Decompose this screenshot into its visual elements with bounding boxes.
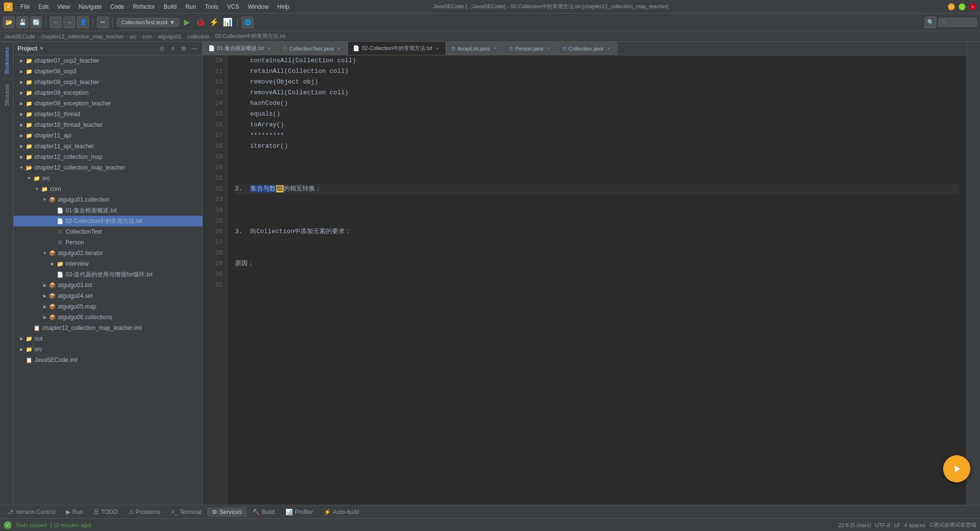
menu-view[interactable]: View (53, 2, 74, 11)
tab-collectiontest[interactable]: © CollectionTest.java × (278, 42, 348, 55)
sidebar-filter-icon[interactable]: ⚙ (179, 44, 188, 53)
search-box[interactable]: 高... (938, 18, 977, 27)
menu-build[interactable]: Build (160, 2, 181, 11)
tree-item-chapter08[interactable]: ▶ 📁 chapter08_oop3 (14, 66, 202, 77)
coverage-button[interactable]: ⚡ (208, 17, 220, 28)
tree-item-collectiontest[interactable]: ▶ © CollectionTest (14, 226, 202, 237)
back-button[interactable]: ← (50, 17, 62, 28)
tree-item-out[interactable]: ▶ 📁 out (14, 333, 202, 344)
bottom-tab-build[interactable]: 🔨 Build (248, 507, 280, 517)
cursor-position[interactable]: 22:8 (5 chars) (838, 522, 871, 528)
bottom-tab-auto-build[interactable]: ⚡ Auto-build (319, 507, 364, 517)
bottom-tab-terminal[interactable]: >_ Terminal (166, 507, 206, 517)
recent-files-button[interactable]: 👤 (77, 17, 89, 28)
menu-help[interactable]: Help (273, 2, 293, 11)
bottom-tab-services[interactable]: ⚙ Services (207, 507, 247, 517)
profile-button[interactable]: 📊 (222, 17, 233, 28)
bottom-tab-todo[interactable]: ☰ TODO (89, 507, 122, 517)
menu-tools[interactable]: Tools (201, 2, 222, 11)
tree-item-src[interactable]: ▼ 📁 src (14, 173, 202, 184)
tree-item-atguigu06[interactable]: ▶ 📦 atguigu06.collections (14, 312, 202, 323)
indent-label[interactable]: 4 spaces (904, 522, 926, 528)
tree-item-atguigu02[interactable]: ▼ 📦 atguigu02.iterator (14, 248, 202, 258)
search-button[interactable]: 🔍 (925, 17, 936, 28)
tab-close-01[interactable]: × (266, 45, 273, 52)
tab-close-person[interactable]: × (545, 45, 552, 52)
tree-item-file01txt[interactable]: ▶ 📄 01-集合框架概述.txt (14, 205, 202, 216)
sidebar-locate-icon[interactable]: ⊙ (158, 44, 166, 53)
tab-02-txt[interactable]: 📄 02-Collection中的常用方法.txt × (348, 42, 446, 55)
sidebar-dropdown-icon[interactable]: ▼ (39, 46, 44, 51)
tree-item-atguigu04[interactable]: ▶ 📦 atguigu04.set (14, 291, 202, 301)
run-button[interactable]: ▶ (181, 17, 193, 28)
tree-item-chapter08t[interactable]: ▶ 📁 chapter08_oop3_teacher (14, 77, 202, 87)
sidebar-close-icon[interactable]: — (190, 44, 199, 53)
left-tab-bookmarks[interactable]: Bookmarks (1, 42, 13, 79)
tree-item-atguigu01[interactable]: ▼ 📦 atguigu01.collection (14, 194, 202, 205)
bottom-tab-version-control[interactable]: ⎇ Version Control (2, 507, 60, 517)
tree-item-chapter09t[interactable]: ▶ 📁 chapter09_exception_teacher (14, 98, 202, 109)
tree-item-chapter09[interactable]: ▶ 📁 chapter09_exception (14, 87, 202, 98)
bottom-tab-run[interactable]: ▶ Run (61, 507, 88, 517)
editor[interactable]: 10 11 12 13 14 15 16 17 18 19 20 21 22 2… (203, 55, 966, 505)
translate-button[interactable]: 🌐 (242, 17, 253, 28)
line-sep-label[interactable]: LF (894, 522, 900, 528)
tab-person[interactable]: © Person.java × (504, 42, 557, 55)
menu-window[interactable]: Window (244, 2, 273, 11)
sidebar-collapse-icon[interactable]: ≡ (168, 44, 177, 53)
run-configuration[interactable]: CollectionTest.test4 ▼ (117, 18, 179, 27)
breadcrumb-item-3[interactable]: com (142, 34, 152, 39)
save-button[interactable]: 💾 (17, 17, 28, 28)
open-file-button[interactable]: 📂 (3, 17, 15, 28)
tree-item-file02txt[interactable]: ▶ 📄 02-Collection中的常用方法.txt (14, 216, 202, 226)
tree-item-chapter11t[interactable]: ▶ 📁 chapter11_api_teacher (14, 141, 202, 152)
tree-item-atguigu05[interactable]: ▶ 📦 atguigu05.map (14, 301, 202, 312)
tree-item-src2[interactable]: ▶ 📁 src (14, 344, 202, 355)
tab-01-txt[interactable]: 📄 01-集合框架概述.txt × (203, 42, 278, 55)
tree-item-person[interactable]: ▶ © Person (14, 237, 202, 248)
menu-navigate[interactable]: Navigate (75, 2, 105, 11)
left-tab-structure[interactable]: Structure (1, 79, 13, 111)
breadcrumb-item-6[interactable]: 02-Collection中的常用方法.txt (215, 33, 285, 40)
tab-close-col[interactable]: × (605, 45, 612, 52)
sync-button[interactable]: 🔄 (30, 17, 42, 28)
menu-file[interactable]: File (17, 2, 33, 11)
breadcrumb-item-0[interactable]: JavaSECode (4, 34, 35, 39)
tree-item-chapter12mapt[interactable]: ▼ 📂 chapter12_collection_map_teacher (14, 162, 202, 173)
encoding-label[interactable]: UTF-8 (875, 522, 890, 528)
tree-item-chapter10[interactable]: ▶ 📁 chapter10_thread (14, 109, 202, 120)
debug-button[interactable]: 🐞 (195, 17, 206, 28)
menu-edit[interactable]: Edit (34, 2, 52, 11)
tab-arraylist[interactable]: © ArrayList.java × (446, 42, 504, 55)
tree-item-file03txt[interactable]: ▶ 📄 03-迭代器的使用与增强for循环.txt (14, 269, 202, 280)
breadcrumb-item-5[interactable]: collection (187, 34, 210, 39)
tree-item-chapter07[interactable]: ▶ 📁 chapter07_oop2_teacher (14, 55, 202, 66)
menu-run[interactable]: Run (182, 2, 200, 11)
tree-item-interview[interactable]: ▶ 📁 interview (14, 258, 202, 269)
tab-collection[interactable]: © Collection.java × (557, 42, 617, 55)
tab-close-02[interactable]: × (434, 45, 441, 52)
menu-vcs[interactable]: VCS (223, 2, 243, 11)
menu-refactor[interactable]: Refactor (129, 2, 159, 11)
minimize-button[interactable]: — (948, 3, 955, 10)
menu-code[interactable]: Code (106, 2, 128, 11)
run-config-dropdown-icon[interactable]: ▼ (169, 19, 175, 25)
undo-button[interactable]: ✂ (97, 17, 109, 28)
maximize-button[interactable]: □ (959, 3, 965, 10)
tree-item-chapter11[interactable]: ▶ 📁 chapter11_api (14, 130, 202, 141)
tree-item-chapter10t[interactable]: ▶ 📁 chapter10_thread_teacher (14, 120, 202, 130)
code-area[interactable]: containsAll(Collection coll) retainAll(C… (227, 55, 966, 505)
window-controls[interactable]: — □ × (948, 3, 976, 10)
tab-close-al[interactable]: × (492, 45, 498, 52)
bottom-tab-problems[interactable]: ⚠ Problems (124, 507, 166, 517)
close-button[interactable]: × (969, 3, 976, 10)
tree-item-atguigu03[interactable]: ▶ 📦 atguigu03.list (14, 280, 202, 291)
forward-button[interactable]: → (64, 17, 75, 28)
breadcrumb-item-2[interactable]: src (130, 34, 137, 39)
tree-item-chapter12map[interactable]: ▶ 📁 chapter12_collection_map (14, 152, 202, 162)
bottom-tab-profiler[interactable]: 📊 Profiler (281, 507, 318, 517)
breadcrumb-item-4[interactable]: atguigu01 (158, 34, 182, 39)
floating-run-button[interactable] (943, 455, 970, 482)
menu-bar[interactable]: File Edit View Navigate Code Refactor Bu… (17, 2, 293, 11)
tree-item-iml[interactable]: ▶ 📋 chapter12_collection_map_teacher.iml (14, 323, 202, 333)
